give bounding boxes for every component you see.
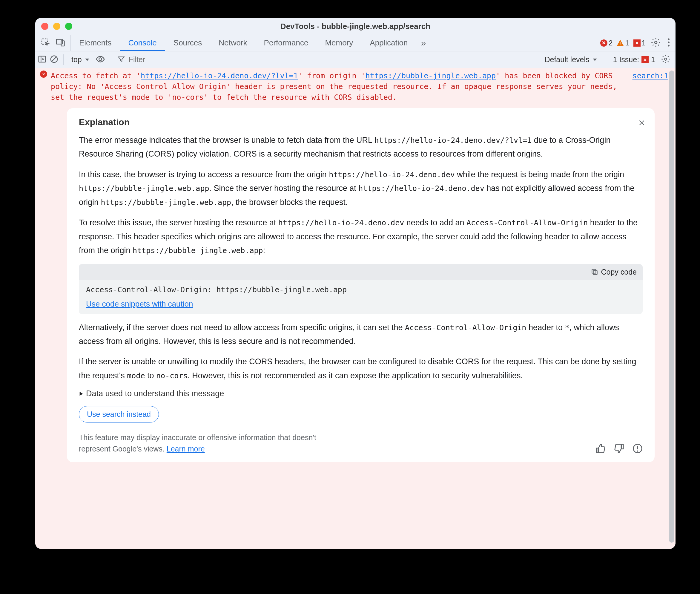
issues-counter[interactable]: ✕ 1 <box>633 39 645 47</box>
close-icon[interactable] <box>638 119 645 128</box>
svg-line-10 <box>52 57 57 62</box>
main-tab-bar: ElementsConsoleSourcesNetworkPerformance… <box>35 35 675 52</box>
toolbar-issues-count: 1 <box>651 55 655 64</box>
report-icon[interactable] <box>632 443 643 455</box>
console-error-row[interactable]: ✕ Access to fetch at 'https://hello-io-2… <box>35 68 675 106</box>
close-window-button[interactable] <box>41 23 48 30</box>
svg-point-12 <box>664 58 667 60</box>
errors-count: 2 <box>608 39 612 47</box>
copy-code-label: Copy code <box>601 268 637 276</box>
svg-point-17 <box>637 451 638 451</box>
error-badge-icon: ✕ <box>600 39 607 46</box>
error-source-link[interactable]: search:1 <box>632 70 668 103</box>
explanation-paragraph: Alternatively, if the server does not ne… <box>79 321 643 349</box>
svg-rect-13 <box>593 271 597 274</box>
tab-performance[interactable]: Performance <box>256 35 317 51</box>
details-label: Data used to understand this message <box>86 389 224 398</box>
toggle-sidebar-icon[interactable] <box>38 55 46 65</box>
error-url-1[interactable]: https://hello-io-24.deno.dev/?lvl=1 <box>141 71 298 80</box>
svg-point-5 <box>668 41 669 43</box>
explanation-paragraph: In this case, the browser is trying to a… <box>79 168 643 209</box>
filter-input[interactable] <box>128 55 206 64</box>
svg-point-3 <box>655 41 657 44</box>
toolbar-issues[interactable]: 1 Issue: ✕ 1 <box>613 55 655 64</box>
caution-link[interactable]: Use code snippets with caution <box>79 299 643 314</box>
log-levels-selector[interactable]: Default levels <box>545 55 597 64</box>
explanation-card: Explanation The error message indicates … <box>67 108 655 462</box>
issue-badge-icon: ✕ <box>641 56 649 63</box>
more-tabs-icon[interactable]: » <box>416 35 431 51</box>
error-url-2[interactable]: https://bubble-jingle.web.app <box>365 71 496 80</box>
error-message: Access to fetch at 'https://hello-io-24.… <box>51 70 629 103</box>
tab-sources[interactable]: Sources <box>165 35 210 51</box>
explanation-paragraph: If the server is unable or unwilling to … <box>79 355 643 383</box>
svg-point-6 <box>668 45 669 46</box>
warnings-counter[interactable]: 1 <box>617 39 629 47</box>
console-body: ✕ Access to fetch at 'https://hello-io-2… <box>35 68 675 549</box>
titlebar: DevTools - bubble-jingle.web.app/search <box>35 18 675 35</box>
tab-console[interactable]: Console <box>120 35 165 51</box>
tab-application[interactable]: Application <box>361 35 416 51</box>
svg-rect-7 <box>39 56 46 62</box>
context-value: top <box>71 55 82 64</box>
console-toolbar: top Default levels 1 Issue: ✕ 1 <box>35 52 675 68</box>
disclaimer-text: This feature may display inaccurate or o… <box>79 432 336 455</box>
warning-badge-icon <box>617 40 624 46</box>
error-icon: ✕ <box>40 70 47 103</box>
tab-elements[interactable]: Elements <box>71 35 120 51</box>
explanation-paragraph: To resolve this issue, the server hostin… <box>79 216 643 257</box>
warnings-count: 1 <box>625 39 629 47</box>
live-expression-icon[interactable] <box>96 54 105 65</box>
minimize-window-button[interactable] <box>53 23 60 30</box>
tab-network[interactable]: Network <box>210 35 255 51</box>
use-search-instead-button[interactable]: Use search instead <box>79 406 159 423</box>
svg-point-4 <box>668 38 669 40</box>
inspect-element-icon[interactable] <box>41 38 50 48</box>
issues-label: 1 Issue: <box>613 55 639 64</box>
levels-value: Default levels <box>545 55 589 64</box>
errors-counter[interactable]: ✕ 2 <box>600 39 612 47</box>
issue-badge-icon: ✕ <box>633 39 640 46</box>
code-content: Access-Control-Allow-Origin: https://bub… <box>79 280 643 299</box>
settings-icon[interactable] <box>650 36 662 49</box>
more-options-icon[interactable] <box>666 36 671 49</box>
svg-point-11 <box>99 58 102 60</box>
clear-console-icon[interactable] <box>49 55 59 65</box>
svg-rect-14 <box>592 269 596 273</box>
thumbs-up-icon[interactable] <box>595 443 606 455</box>
window-title: DevTools - bubble-jingle.web.app/search <box>35 22 675 31</box>
devtools-window: DevTools - bubble-jingle.web.app/search … <box>35 18 675 549</box>
learn-more-link[interactable]: Learn more <box>167 444 205 453</box>
context-selector[interactable]: top <box>68 55 93 64</box>
device-toolbar-icon[interactable] <box>56 38 65 48</box>
copy-code-button[interactable]: Copy code <box>591 268 637 276</box>
scrollbar[interactable] <box>669 70 674 542</box>
tab-memory[interactable]: Memory <box>317 35 361 51</box>
details-toggle[interactable]: Data used to understand this message <box>79 389 643 398</box>
explanation-title: Explanation <box>79 117 643 127</box>
filter-icon <box>117 55 125 64</box>
console-settings-icon[interactable] <box>661 55 670 65</box>
code-block: Copy code Access-Control-Allow-Origin: h… <box>79 264 643 314</box>
thumbs-down-icon[interactable] <box>614 443 624 455</box>
maximize-window-button[interactable] <box>65 23 72 30</box>
issues-count: 1 <box>642 39 645 47</box>
explanation-paragraph: The error message indicates that the bro… <box>79 133 643 161</box>
